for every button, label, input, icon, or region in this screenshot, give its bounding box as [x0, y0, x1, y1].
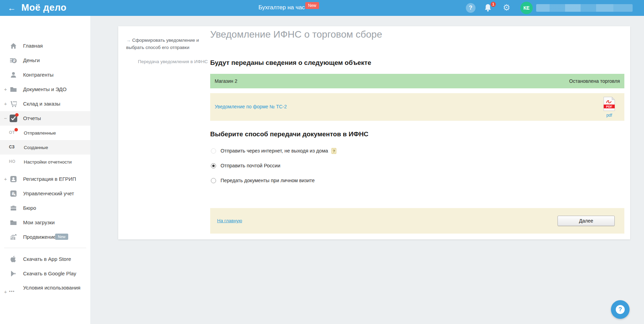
new-badge: New [305, 2, 319, 9]
home-link[interactable]: На главную [217, 218, 242, 223]
radio-post[interactable] [211, 163, 216, 168]
sidebar-nav: Главная ₽ Деньги Контрагенты + Документы… [0, 16, 90, 324]
home-icon [10, 42, 17, 50]
app-logo[interactable]: Моё дело [21, 2, 67, 13]
wizard-step-next: Передача уведомления в ИФНС [126, 59, 208, 65]
sidebar-item-bureau[interactable]: Бюро [0, 201, 90, 215]
option-post[interactable]: Отправить почтой России [211, 161, 280, 170]
sidebar-item-google-play[interactable]: Скачать в Google Play [0, 266, 90, 281]
settings-gear-icon[interactable]: ⚙ [502, 3, 511, 12]
sidebar-item-label: Главная [23, 42, 43, 49]
person-icon [10, 71, 17, 79]
promotion-new-badge: New [55, 234, 68, 240]
management-icon: ₽ [10, 190, 17, 197]
sidebar-item-label: Бюро [23, 205, 36, 212]
sidebar-item-money[interactable]: ₽ Деньги [0, 53, 90, 68]
sidebar-item-label: Продвижение [23, 234, 56, 240]
folder-icon [10, 86, 17, 93]
wizard-step-current: →Сформировать уведомление и выбрать спос… [126, 37, 208, 51]
user-name-blurred [536, 4, 633, 12]
sidebar-item-warehouse[interactable]: + Склад и заказы [0, 97, 90, 111]
pdf-file-icon: PDF [603, 97, 615, 111]
page-title: Уведомление ИФНС о торговом сборе [210, 29, 382, 40]
apple-icon [10, 255, 17, 263]
sidebar-item-my-uploads[interactable]: Мои загрузки [0, 215, 90, 230]
help-icon[interactable]: ? [466, 3, 476, 13]
pdf-label[interactable]: pdf [602, 113, 616, 118]
sidebar-item-created-reports[interactable]: СЗ Созданные [0, 140, 90, 155]
floating-help-button[interactable]: ? [611, 300, 630, 319]
sent-alert-dot [14, 128, 18, 131]
collapse-icon[interactable]: − [3, 115, 8, 121]
folder-icon [10, 219, 17, 226]
cart-icon [10, 100, 17, 108]
sidebar-item-label: Контрагенты [23, 71, 53, 78]
section-heading-method: Выберите способ передачи документов в ИФ… [210, 130, 368, 138]
top-header: ← Моё дело Бухгалтер на час New ? 1 ⚙ КЕ [0, 0, 644, 16]
ellipsis-icon: ••• [9, 289, 15, 294]
object-name: Магазин 2 [215, 78, 237, 84]
registration-icon [10, 175, 17, 183]
svg-text:PDF: PDF [606, 105, 613, 108]
briefcase-icon [10, 204, 17, 212]
section-heading-object: Будут переданы сведения о следующем объе… [210, 59, 371, 67]
notification-form-link[interactable]: Уведомление по форме № ТС-2 [215, 104, 287, 109]
wizard-steps: →Сформировать уведомление и выбрать спос… [126, 37, 208, 65]
sidebar-item-label: Отчеты [23, 115, 41, 122]
expand-icon[interactable]: + [3, 176, 8, 182]
sidebar-item-terms[interactable]: + ••• Условия использования [0, 283, 90, 301]
option-help-icon[interactable]: ? [331, 148, 336, 154]
back-icon[interactable]: ← [8, 3, 17, 12]
expand-icon[interactable]: + [3, 101, 8, 107]
sidebar-item-label: Условия использования [23, 284, 82, 291]
sidebar-item-egrip-registration[interactable]: + Регистрация в ЕГРИП [0, 172, 90, 186]
sidebar-item-home[interactable]: Главная [0, 39, 90, 53]
sub-item-prefix: НО [9, 159, 16, 164]
next-button[interactable]: Далее [558, 216, 615, 226]
user-avatar[interactable]: КЕ [520, 2, 533, 14]
chart-growth-icon [10, 233, 17, 241]
expand-icon[interactable]: + [3, 289, 8, 295]
expand-icon[interactable]: + [3, 86, 8, 92]
radio-in-person[interactable] [211, 178, 216, 183]
step-label: Сформировать уведомление и выбрать спосо… [126, 38, 199, 50]
sidebar-item-reports[interactable]: − Отчеты [0, 111, 90, 126]
option-label: Отправить через интернет, не выходя из д… [221, 148, 328, 154]
sidebar-item-label: Скачать в Google Play [23, 270, 76, 277]
page: ← Моё дело Бухгалтер на час New ? 1 ⚙ КЕ… [0, 0, 644, 324]
sidebar-item-label: Настройки отчетности [24, 159, 72, 166]
sidebar-item-label: Регистрация в ЕГРИП [23, 176, 76, 183]
sidebar-item-label: Управленческий учет [23, 190, 74, 197]
sidebar-item-label: Деньги [23, 57, 40, 64]
sidebar-item-label: Мои загрузки [23, 219, 55, 226]
trade-object-row: Магазин 2 Остановлена торговля [210, 74, 624, 88]
sidebar-item-promotion[interactable]: Продвижение New [0, 230, 90, 244]
option-label: Передать документы при личном визите [221, 178, 315, 183]
option-label: Отправить почтой России [221, 163, 280, 168]
sub-item-prefix: СЗ [9, 145, 15, 149]
option-internet[interactable]: Отправить через интернет, не выходя из д… [211, 146, 336, 155]
sidebar-item-app-store[interactable]: Скачать в App Store [0, 252, 90, 266]
sidebar-item-report-settings[interactable]: НО Настройки отчетности [0, 155, 90, 169]
sidebar-divider [4, 248, 86, 248]
sidebar-item-contractors[interactable]: Контрагенты [0, 68, 90, 82]
sidebar-item-management-accounting[interactable]: ₽ Управленческий учет [0, 186, 90, 201]
svg-text:₽: ₽ [13, 59, 16, 63]
sidebar-item-label: Скачать в App Store [23, 256, 71, 263]
google-play-icon [10, 270, 17, 277]
sidebar-item-label: Созданные [24, 144, 48, 151]
sidebar-item-documents[interactable]: + Документы и ЭДО [0, 82, 90, 97]
money-icon: ₽ [10, 57, 17, 64]
sidebar-item-sent-reports[interactable]: ОТ Отправленные [0, 126, 90, 140]
sidebar-item-label: Отправленные [24, 130, 56, 137]
sidebar-item-label: Склад и заказы [23, 100, 60, 107]
radio-internet[interactable] [211, 148, 216, 154]
pdf-download[interactable]: PDF pdf [602, 97, 616, 118]
sidebar-item-label: Документы и ЭДО [23, 86, 67, 93]
reports-alert-dot [15, 113, 19, 117]
question-mark-icon: ? [616, 305, 625, 314]
option-in-person[interactable]: Передать документы при личном визите [211, 176, 315, 185]
accountant-per-hour-link[interactable]: Бухгалтер на час [258, 4, 305, 11]
footer-action-bar: На главную Далее [210, 208, 624, 234]
sub-item-prefix: ОТ [9, 130, 15, 135]
